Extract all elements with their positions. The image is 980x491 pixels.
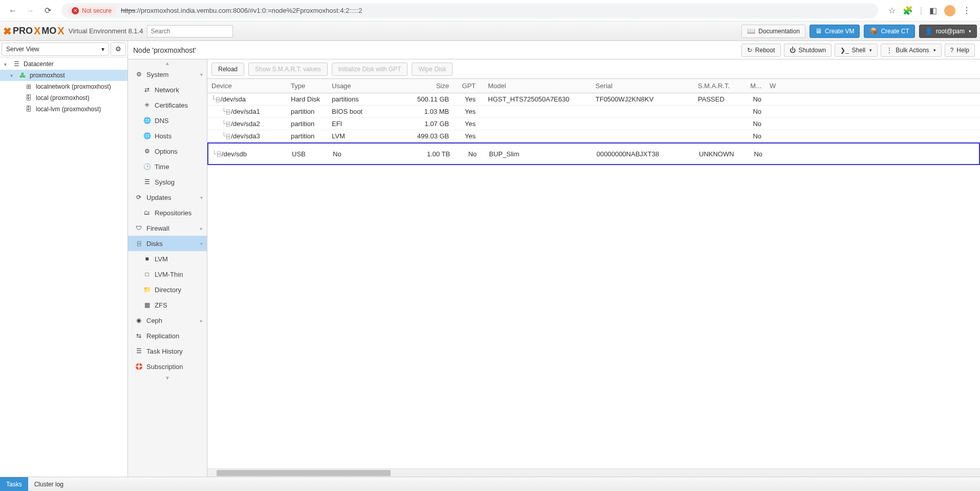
menu-certificates[interactable]: ✳Certificates: [128, 97, 207, 113]
files-icon: 🗂: [143, 209, 151, 216]
menu-lvm-thin[interactable]: □LVM-Thin: [128, 267, 207, 282]
hdd-icon: ⌸: [226, 133, 230, 140]
back-button[interactable]: ←: [5, 3, 20, 18]
hdd-icon: ⌸: [216, 96, 220, 103]
address-bar[interactable]: ✕Not secure https://proxmoxhost.india.ve…: [61, 3, 878, 18]
panel-icon[interactable]: ◧: [929, 6, 937, 15]
col-serial[interactable]: Serial: [591, 82, 694, 90]
ceph-icon: ◉: [135, 317, 142, 324]
col-size[interactable]: Size: [402, 82, 453, 90]
menu-system[interactable]: ⚙System▾: [128, 67, 207, 82]
disk-row[interactable]: └ ⌸ /dev/sdaHard Diskpartitions500.11 GB…: [207, 93, 980, 106]
tree-node[interactable]: ▾🖧proxmoxhost: [0, 70, 127, 81]
clock-icon: 🕒: [143, 163, 151, 170]
node-sidemenu: ▲ ⚙System▾ ⇄Network ✳Certificates 🌐DNS 🌐…: [128, 59, 207, 477]
tree-local[interactable]: 🗄local (proxmoxhost): [0, 92, 127, 104]
menu-task-history[interactable]: ☰Task History: [128, 343, 207, 359]
reboot-icon: ↻: [747, 47, 752, 54]
menu-syslog[interactable]: ☰Syslog: [128, 174, 207, 190]
scroll-up[interactable]: ▲: [128, 59, 207, 67]
menu-ceph[interactable]: ◉Ceph▸: [128, 313, 207, 328]
menu-time[interactable]: 🕒Time: [128, 159, 207, 174]
init-gpt-button[interactable]: Initialize Disk with GPT: [332, 63, 408, 76]
bulk-actions-button[interactable]: ⋮ Bulk Actions ▾: [881, 44, 941, 57]
grid-icon: ▦: [143, 301, 151, 309]
menu-zfs[interactable]: ▦ZFS: [128, 297, 207, 313]
menu-updates[interactable]: ⟳Updates▾: [128, 190, 207, 205]
chevron-down-icon: ▾: [200, 72, 203, 77]
reboot-button[interactable]: ↻ Reboot: [741, 44, 781, 57]
search-input[interactable]: [147, 25, 233, 37]
cluster-log-tab[interactable]: Cluster log: [28, 477, 70, 491]
horizontal-scrollbar[interactable]: [207, 468, 980, 477]
square-outline-icon: □: [143, 271, 151, 278]
create-vm-button[interactable]: 🖥Create VM: [809, 25, 860, 38]
menu-dns[interactable]: 🌐DNS: [128, 113, 207, 128]
col-usage[interactable]: Usage: [328, 82, 402, 90]
tree-datacenter[interactable]: ▾☰Datacenter: [0, 58, 127, 70]
reload-button[interactable]: ⟳: [40, 3, 55, 18]
reload-button[interactable]: Reload: [211, 63, 244, 76]
menu-hosts[interactable]: 🌐Hosts: [128, 128, 207, 144]
menu-replication[interactable]: ⇆Replication: [128, 328, 207, 343]
extensions-icon[interactable]: 🧩: [903, 6, 913, 15]
help-button[interactable]: ? Help: [945, 44, 975, 57]
disk-row[interactable]: └ ⌸ /dev/sda3partitionLVM499.03 GBYesNo: [207, 130, 980, 142]
menu-directory[interactable]: 📁Directory: [128, 282, 207, 297]
show-smart-button[interactable]: Show S.M.A.R.T. values: [248, 63, 328, 76]
support-icon: 🛟: [135, 363, 142, 370]
content-header: Node 'proxmoxhost' ↻ Reboot ⏻ Shutdown ❯…: [128, 41, 980, 59]
shell-button[interactable]: ❯_ Shell ▾: [835, 44, 878, 57]
square-icon: ■: [143, 255, 151, 262]
network-icon: ⇄: [143, 86, 151, 93]
scroll-down[interactable]: ▼: [128, 374, 207, 381]
shutdown-button[interactable]: ⏻ Shutdown: [784, 44, 832, 57]
col-wearout[interactable]: W: [765, 82, 781, 90]
col-device[interactable]: Device: [207, 82, 287, 90]
swap-icon: ⇆: [135, 332, 142, 339]
settings-button[interactable]: ⚙: [111, 43, 126, 56]
chevron-down-icon: ▾: [969, 29, 971, 34]
documentation-button[interactable]: 📖Documentation: [741, 25, 805, 38]
refresh-icon: ⟳: [135, 194, 142, 201]
col-mounted[interactable]: M...: [745, 82, 765, 90]
gear-icon: ⚙: [135, 71, 142, 78]
star-icon[interactable]: ☆: [888, 6, 896, 15]
tree-localnetwork[interactable]: ⊞localnetwork (proxmoxhost): [0, 81, 127, 92]
device-name: /dev/sda: [221, 95, 246, 103]
col-gpt[interactable]: GPT: [453, 82, 484, 90]
chevron-down-icon: ▾: [933, 48, 936, 53]
chevron-right-icon: ▸: [200, 318, 203, 323]
wipe-disk-button[interactable]: Wipe Disk: [412, 63, 453, 76]
disk-row[interactable]: └ ⌸ /dev/sdbUSBNo1.00 TBNoBUP_Slim000000…: [207, 142, 980, 165]
forward-button[interactable]: →: [23, 3, 38, 18]
disk-row[interactable]: └ ⌸ /dev/sda2partitionEFI1.07 GBYesNo: [207, 118, 980, 130]
menu-options[interactable]: ⚙Options: [128, 144, 207, 159]
grid-header: Device Type Usage Size GPT Model Serial …: [207, 79, 980, 93]
storage-icon: 🗄: [25, 106, 33, 113]
menu-lvm[interactable]: ■LVM: [128, 251, 207, 267]
tree-local-lvm[interactable]: 🗄local-lvm (proxmoxhost): [0, 104, 127, 115]
hdd-icon: ⌸: [226, 108, 230, 115]
create-ct-button[interactable]: 📦Create CT: [864, 25, 914, 38]
menu-firewall[interactable]: 🛡Firewall▸: [128, 220, 207, 236]
profile-avatar[interactable]: [944, 5, 955, 16]
col-type[interactable]: Type: [287, 82, 328, 90]
menu-disks[interactable]: ⌸Disks▾: [128, 236, 207, 251]
menu-network[interactable]: ⇄Network: [128, 82, 207, 97]
disk-row[interactable]: └ ⌸ /dev/sda1partitionBIOS boot1.03 MBYe…: [207, 106, 980, 118]
user-menu-button[interactable]: 👤root@pam▾: [919, 25, 977, 38]
menu-subscription[interactable]: 🛟Subscription: [128, 359, 207, 374]
view-selector[interactable]: Server View▾: [2, 43, 109, 56]
user-icon: 👤: [925, 27, 933, 35]
menu-icon[interactable]: ⋮: [963, 6, 971, 15]
device-name: /dev/sda1: [231, 108, 260, 115]
list-icon: ☰: [143, 178, 151, 186]
server-view-panel: Server View▾ ⚙ ▾☰Datacenter ▾🖧proxmoxhos…: [0, 41, 128, 477]
menu-repositories[interactable]: 🗂Repositories: [128, 205, 207, 220]
tasks-tab[interactable]: Tasks: [0, 477, 28, 491]
col-model[interactable]: Model: [484, 82, 591, 90]
globe-icon: 🌐: [143, 132, 151, 139]
col-smart[interactable]: S.M.A.R.T.: [694, 82, 745, 90]
ve-title: Virtual Environment 8.1.4: [69, 27, 143, 35]
